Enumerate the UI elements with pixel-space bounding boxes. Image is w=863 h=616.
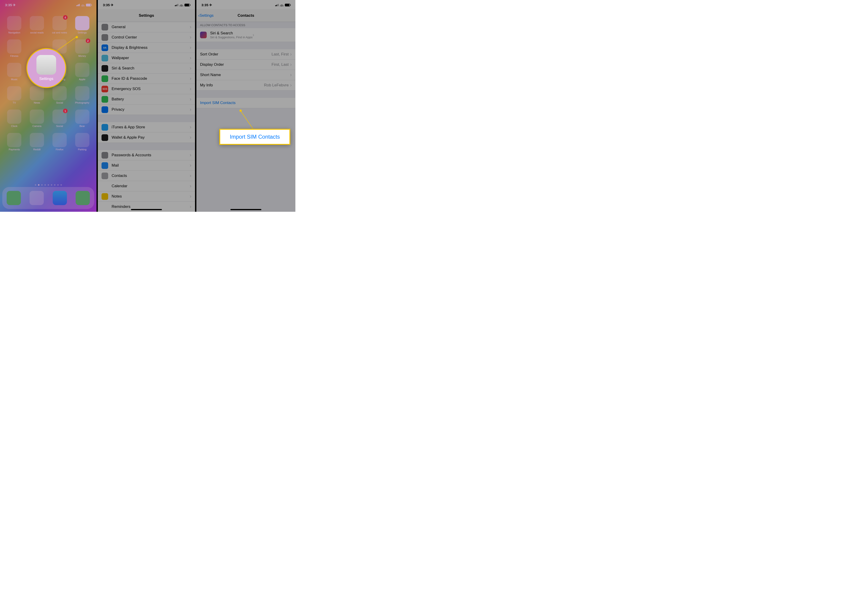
home-indicator[interactable] [231,209,261,210]
row-battery[interactable]: Battery› [98,94,195,105]
chevron-right-icon: › [190,193,191,200]
app-navigation[interactable]: Navigation [4,16,25,34]
chevron-right-icon: › [190,135,191,140]
row-reminders[interactable]: Reminders› [98,202,195,212]
row-display-order[interactable]: Display OrderFirst, Last› [196,60,296,70]
app-reddit[interactable]: Reddit [27,133,47,151]
chevron-right-icon: › [190,124,191,130]
app-news[interactable]: News [27,86,47,104]
callout-import-sim-contacts: Import SIM Contacts [219,129,290,145]
app-social[interactable]: 1Social [49,110,70,127]
row-label: Siri & Search [112,66,190,71]
dock [2,187,94,209]
row-my-info[interactable]: My InfoRob LeFebvre› [196,80,296,91]
row-itunes-app-store[interactable]: iTunes & App Store› [98,122,195,132]
app-cal-and-notes[interactable]: 4cal and notes [49,16,70,34]
row-general[interactable]: General› [98,22,195,32]
row-contacts[interactable]: Contacts› [98,171,195,181]
chevron-right-icon: › [190,24,191,30]
app-music[interactable]: Music [4,63,25,81]
row-control-center[interactable]: Control Center› [98,32,195,42]
home-indicator[interactable] [131,209,162,210]
row-siri-search[interactable]: Siri & Search Siri & Suggestions, Find i… [196,28,296,42]
status-time: 3:35 [103,3,110,7]
callout-label: Settings [39,77,53,81]
row-label: General [112,25,190,29]
row-privacy[interactable]: Privacy› [98,105,195,115]
chevron-right-icon: › [190,45,191,51]
settings-list[interactable]: General›Control Center›AADisplay & Brigh… [98,22,195,212]
row-label: Display & Brightness [112,46,190,50]
row-wallet-apple-pay[interactable]: Wallet & Apple Pay› [98,132,195,143]
panel-contacts-settings: 3:35 ✈ ‹ Settings Contacts ALLOW CONTACT… [196,0,296,212]
contacts-settings-list[interactable]: ALLOW CONTACTS TO ACCESS Siri & Search S… [196,22,296,212]
row-label: Short Name [200,73,290,77]
row-emergency-sos[interactable]: SOSEmergency SOS› [98,84,195,94]
row-sort-order[interactable]: Sort OrderLast, First› [196,49,296,60]
row-label: Calendar [112,184,190,189]
app-camera[interactable]: Camera [27,110,47,127]
status-bar: 3:35 ✈ [98,0,195,10]
row-label: Wallet & Apple Pay [112,135,190,140]
settings-icon[interactable] [36,55,56,75]
chevron-right-icon: › [290,82,292,88]
row-wallpaper[interactable]: Wallpaper› [98,53,195,63]
chevron-right-icon: › [190,75,191,82]
app-tv[interactable]: TV [4,86,25,104]
app-bear[interactable]: Bear [72,110,92,127]
row-siri-search[interactable]: Siri & Search› [98,63,195,74]
row-label: Import SIM Contacts [200,101,292,105]
chevron-right-icon: › [190,55,191,61]
chevron-right-icon: › [190,35,191,40]
app-parking[interactable]: Parking [72,133,92,151]
row-label: Sort Order [200,52,272,57]
chevron-right-icon: › [190,65,191,71]
row-label: Passwords & Accounts [112,153,190,157]
chevron-right-icon: › [190,183,191,189]
row-label: Display Order [200,62,272,67]
row-label: Reminders [112,204,190,209]
callout-label: Import SIM Contacts [230,134,280,140]
app-apple[interactable]: Apple [72,63,92,81]
row-value: Last, First [272,52,289,57]
panel-home-screen: 3:35 ✈ Navigationsocial reads4cal and no… [0,0,98,212]
row-subtitle: Siri & Suggestions, Find in Apps [210,36,253,39]
app-firefox[interactable]: Firefox [49,133,70,151]
dock-phone-icon[interactable] [7,191,21,205]
app-photography[interactable]: Photography [72,86,92,104]
row-short-name[interactable]: Short Name› [196,70,296,80]
panel-settings-list: 3:35 ✈ Settings General›Control Center›A… [98,0,196,212]
row-mail[interactable]: Mail› [98,160,195,171]
row-label: Notes [112,194,190,199]
chevron-right-icon: › [290,62,292,68]
section-header: ALLOW CONTACTS TO ACCESS [196,22,296,28]
app-fitness[interactable]: Fitness [4,39,25,57]
row-label: iTunes & App Store [112,125,190,129]
dock-safari-icon[interactable] [53,191,67,205]
row-label: Control Center [112,35,190,40]
dock-messages-icon[interactable] [75,191,90,205]
app-social[interactable]: Social [49,86,70,104]
row-label: Face ID & Passcode [112,76,190,81]
row-face-id-passcode[interactable]: Face ID & Passcode› [98,74,195,84]
page-dots[interactable] [0,184,96,185]
chevron-right-icon: › [190,152,191,158]
row-import-sim-contacts[interactable]: Import SIM Contacts [196,98,296,108]
row-passwords-accounts[interactable]: Passwords & Accounts› [98,150,195,160]
dock-folder-icon[interactable] [30,191,44,205]
callout-settings-app: Settings [26,48,66,88]
page-title: Contacts [237,13,255,18]
app-money[interactable]: 2Money [72,39,92,57]
row-label: Emergency SOS [112,86,190,91]
row-label: Mail [112,163,190,168]
nav-bar: Settings [98,9,195,22]
row-calendar[interactable]: Calendar› [98,181,195,191]
app-clock[interactable]: Clock [4,110,25,127]
app-settings[interactable]: Settings [72,16,92,34]
row-notes[interactable]: Notes› [98,191,195,202]
app-payments[interactable]: Payments [4,133,25,151]
row-display-brightness[interactable]: AADisplay & Brightness› [98,42,195,53]
app-social-reads[interactable]: social reads [27,16,47,34]
chevron-right-icon: › [290,72,292,78]
back-button[interactable]: ‹ Settings [198,13,214,18]
